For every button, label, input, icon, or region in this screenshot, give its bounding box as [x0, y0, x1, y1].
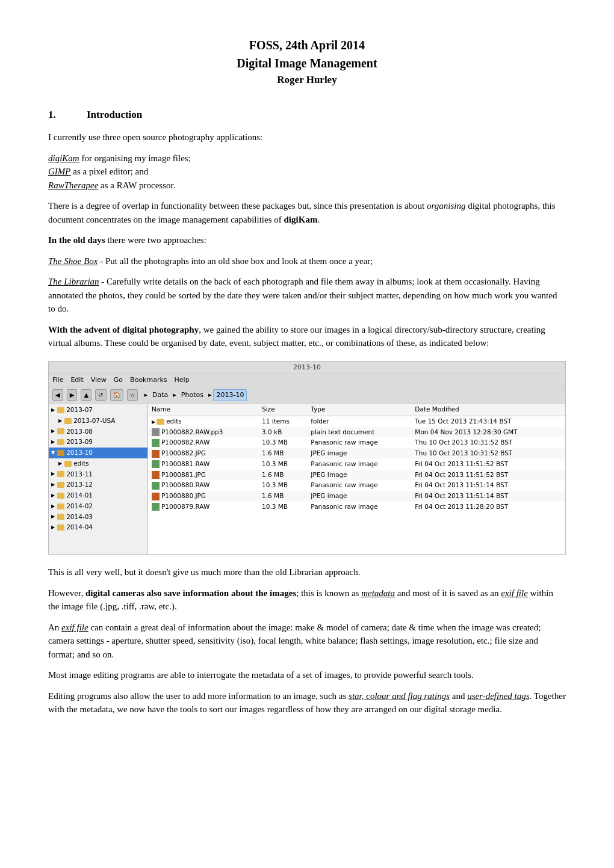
file-size: 10.3 MB [258, 459, 307, 470]
sidebar-label: 2013-07-USA [73, 416, 115, 426]
table-row[interactable]: P1000881.JPG 1.6 MB JPEG Image Fri 04 Oc… [148, 470, 565, 481]
rawtherapee-desc: as a RAW processor. [101, 180, 175, 190]
table-row[interactable]: P1000879.RAW 10.3 MB Panasonic raw image… [148, 502, 565, 512]
tags-link[interactable]: user-defined tags [467, 691, 529, 701]
sidebar-item-2014-04[interactable]: ▶ 2014-04 [49, 522, 147, 533]
sidebar-label: 2013-08 [66, 427, 93, 437]
file-name: P1000882.RAW [148, 437, 258, 448]
arrow-icon: ▶ [51, 428, 55, 435]
folder-icon [57, 503, 64, 509]
file-name: P1000882.JPG [148, 448, 258, 459]
col-type[interactable]: Type [307, 404, 411, 416]
file-size: 1.6 MB [258, 448, 307, 459]
menu-help[interactable]: Help [175, 375, 190, 386]
section-1-heading: 1. Introduction [48, 107, 566, 123]
file-size: 10.3 MB [258, 437, 307, 448]
table-row[interactable]: P1000882.JPG 1.6 MB JPEG image Thu 10 Oc… [148, 448, 565, 459]
path-2013-10[interactable]: 2013-10 [213, 389, 247, 402]
folder-icon [64, 418, 72, 424]
col-name[interactable]: Name [148, 404, 258, 416]
fm-title-bar: 2013-10 [49, 362, 565, 375]
table-row[interactable]: P1000881.RAW 10.3 MB Panasonic raw image… [148, 459, 565, 470]
table-row[interactable]: P1000880.RAW 10.3 MB Panasonic raw image… [148, 480, 565, 491]
menu-go[interactable]: Go [114, 375, 123, 386]
sidebar-label: 2014-01 [66, 491, 93, 500]
gimp-link[interactable]: GIMP [48, 167, 71, 176]
shoebox-label: The Shoe Box [48, 256, 98, 266]
metadata-paragraph: However, digital cameras also save infor… [48, 586, 566, 614]
sidebar-item-2013-07[interactable]: ▶ 2013-07 [49, 405, 147, 416]
exif-desc-paragraph: An exif file can contain a great deal of… [48, 621, 566, 662]
metadata-link[interactable]: metadata [361, 588, 395, 598]
file-name: P1000879.RAW [148, 502, 258, 512]
sidebar-item-2013-08[interactable]: ▶ 2013-08 [49, 426, 147, 437]
header-line3: Roger Hurley [48, 72, 566, 88]
path-photos[interactable]: Photos [178, 389, 206, 402]
arrow-icon: ▶ [51, 524, 55, 531]
folder-icon [57, 428, 64, 434]
fm-body: ▶ 2013-07 ▶ 2013-07-USA ▶ 2013-08 ▶ 2013… [49, 404, 565, 554]
table-row[interactable]: ▶edits 11 items folder Tue 15 Oct 2013 2… [148, 416, 565, 426]
sidebar-item-2013-10[interactable]: ▼ 2013-10 [49, 448, 147, 458]
fm-file-list: Name Size Type Date Modified ▶edits 11 i… [148, 404, 565, 554]
menu-bookmarks[interactable]: Bookmarks [130, 375, 167, 386]
sidebar-item-2013-07-usa[interactable]: ▶ 2013-07-USA [49, 416, 147, 426]
exif-link[interactable]: exif file [501, 588, 528, 598]
table-row[interactable]: P1000882.RAW 10.3 MB Panasonic raw image… [148, 437, 565, 448]
librarian-paragraph: The Librarian - Carefully write details … [48, 275, 566, 316]
sidebar-label: 2013-07 [66, 405, 93, 415]
arrow-icon: ▶ [58, 417, 62, 425]
col-size[interactable]: Size [258, 404, 307, 416]
bookmarks-button[interactable]: ☆ [127, 389, 138, 401]
fm-menu-bar: File Edit View Go Bookmarks Help [49, 374, 565, 387]
back-button[interactable]: ◀ [52, 389, 63, 401]
home-button[interactable]: 🏠 [110, 389, 123, 401]
sidebar-label: edits [73, 459, 89, 469]
file-date: Fri 04 Oct 2013 11:51:52 BST [411, 459, 565, 470]
apps-list: digiKam for organising my image files; G… [48, 152, 566, 192]
col-date[interactable]: Date Modified [411, 404, 565, 416]
sidebar-item-2014-02[interactable]: ▶ 2014-02 [49, 501, 147, 512]
up-button[interactable]: ▲ [81, 389, 91, 401]
sidebar-label: 2014-02 [66, 502, 93, 511]
sidebar-item-2013-09[interactable]: ▶ 2013-09 [49, 437, 147, 448]
menu-file[interactable]: File [52, 375, 63, 386]
table-row[interactable]: P1000882.RAW.pp3 3.0 kB plain text docum… [148, 427, 565, 438]
sidebar-item-2013-11[interactable]: ▶ 2013-11 [49, 469, 147, 480]
metadata-tools-paragraph: Most image editing programs are able to … [48, 668, 566, 682]
file-name: P1000881.JPG [148, 470, 258, 481]
path-bar: ▸ Data ▸ Photos ▸ 2013-10 [144, 389, 247, 402]
menu-view[interactable]: View [91, 375, 107, 386]
table-row[interactable]: P1000880.JPG 1.6 MB JPEG image Fri 04 Oc… [148, 491, 565, 502]
sidebar-item-2013-12[interactable]: ▶ 2013-12 [49, 479, 147, 490]
menu-edit[interactable]: Edit [70, 375, 83, 386]
path-data[interactable]: Data [149, 389, 171, 402]
folder-icon [57, 439, 64, 445]
forward-button[interactable]: ▶ [67, 389, 78, 401]
rawtherapee-link[interactable]: RawTherapee [48, 180, 98, 190]
exif-desc-link[interactable]: exif file [61, 623, 88, 632]
file-date: Fri 04 Oct 2013 11:51:14 BST [411, 480, 565, 491]
txt-icon [152, 428, 160, 436]
arrow-icon: ▶ [51, 407, 55, 414]
folder-icon [57, 482, 64, 488]
folder-icon [57, 450, 64, 456]
file-type: folder [307, 416, 411, 426]
refresh-button[interactable]: ↺ [95, 389, 106, 401]
raw-icon [152, 439, 160, 447]
sidebar-item-2014-03[interactable]: ▶ 2014-03 [49, 512, 147, 523]
file-date: Tue 15 Oct 2013 21:43:14 BST [411, 416, 565, 426]
file-date: Mon 04 Nov 2013 12:28:30 GMT [411, 427, 565, 438]
jpg-icon [152, 471, 160, 479]
digikam-link[interactable]: digiKam [48, 153, 79, 163]
sidebar-item-edits[interactable]: ▶ edits [49, 458, 147, 469]
file-date: Fri 04 Oct 2013 11:28:20 BST [411, 502, 565, 512]
file-date: Fri 04 Oct 2013 11:51:14 BST [411, 491, 565, 502]
editing-paragraph: Editing programs also allow the user to … [48, 689, 566, 716]
arrow-icon: ▶ [51, 503, 55, 510]
file-date: Thu 10 Oct 2013 10:31:52 BST [411, 437, 565, 448]
digital-paragraph: With the advent of digital photography, … [48, 323, 566, 350]
ratings-link[interactable]: star, colour and flag ratings [349, 691, 450, 701]
folder-icon [64, 461, 72, 467]
sidebar-item-2014-01[interactable]: ▶ 2014-01 [49, 490, 147, 501]
